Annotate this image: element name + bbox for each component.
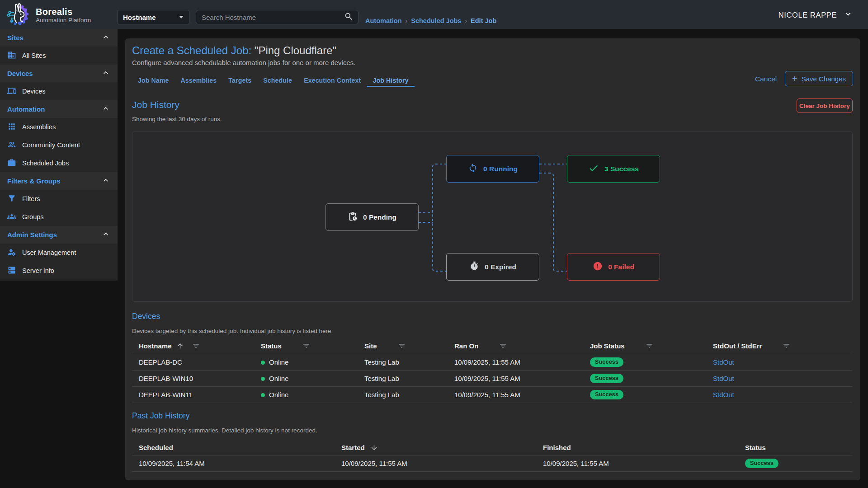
sidebar-item-label: Devices [22, 88, 46, 95]
chevron-up-icon [101, 230, 110, 240]
cell-ran-on: 10/09/2025, 11:55 AM [448, 370, 583, 386]
column-header-started[interactable]: Started [341, 444, 365, 451]
breadcrumb-scheduled-jobs[interactable]: Scheduled Jobs [411, 17, 461, 24]
stdout-link[interactable]: StdOut [713, 358, 734, 366]
column-header-job-status[interactable]: Job Status [590, 342, 625, 350]
tab-targets[interactable]: Targets [222, 74, 257, 87]
flow-node-success[interactable]: 3 Success [567, 155, 660, 183]
sidebar-item-community-content[interactable]: Community Content [0, 136, 118, 154]
tab-execution-context[interactable]: Execution Context [298, 74, 367, 87]
tab-schedule[interactable]: Schedule [257, 74, 298, 87]
cell-hostname: DEEPLAB-WIN11 [132, 386, 254, 403]
page-title-separator: : [249, 44, 255, 56]
column-header-hostname[interactable]: Hostname [139, 342, 172, 350]
breadcrumb-automation[interactable]: Automation [365, 17, 402, 24]
cell-started: 10/09/2025, 11:55 AM [335, 455, 536, 471]
brand-logo[interactable]: Borealis Automation Platform [6, 2, 91, 29]
tab-job-history[interactable]: Job History [367, 74, 414, 87]
sort-descending-icon[interactable] [370, 444, 378, 451]
column-header-stdout-stderr[interactable]: StdOut / StdErr [713, 342, 762, 350]
sidebar: Sites All Sites Devices Devices Automati… [0, 29, 118, 281]
sidebar-item-devices[interactable]: Devices [0, 82, 118, 100]
cell-hostname: DEEPLAB-WIN10 [132, 370, 254, 386]
online-status-dot [261, 361, 265, 365]
page-subtitle: Configure advanced schedulable automatio… [132, 59, 355, 66]
breadcrumb-separator: › [406, 17, 408, 24]
page-title-job-name: "Ping Cloudflare" [255, 44, 336, 56]
cell-site: Testing Lab [358, 354, 448, 370]
filter-icon[interactable] [398, 342, 406, 350]
filter-icon[interactable] [499, 342, 507, 350]
brand-subtitle: Automation Platform [36, 17, 91, 24]
column-header-finished[interactable]: Finished [543, 444, 571, 451]
filter-icon[interactable] [302, 342, 310, 350]
cell-ran-on: 10/09/2025, 11:55 AM [448, 386, 583, 403]
user-gear-icon [7, 248, 16, 258]
tab-assemblies[interactable]: Assemblies [175, 74, 223, 87]
past-job-history-table: Scheduled Started Finished Status 10/09/… [132, 441, 853, 472]
cell-stdout: StdOut [706, 370, 853, 386]
sort-ascending-icon[interactable] [176, 342, 184, 350]
job-history-subtitle: Showing the last 30 days of runs. [132, 116, 222, 122]
cell-finished: 10/09/2025, 11:55 AM [536, 455, 738, 471]
past-history-row[interactable]: 10/09/2025, 11:54 AM 10/09/2025, 11:55 A… [132, 455, 853, 471]
flow-node-pending[interactable]: 0 Pending [326, 203, 419, 231]
flow-node-running[interactable]: 0 Running [446, 155, 539, 183]
filter-icon[interactable] [192, 342, 200, 350]
search-input[interactable] [202, 14, 344, 21]
tab-bar: Job Name Assemblies Targets Schedule Exe… [132, 74, 415, 87]
flow-node-expired[interactable]: 0 Expired [446, 253, 539, 281]
stdout-link[interactable]: StdOut [713, 375, 734, 382]
cancel-button[interactable]: Cancel [755, 75, 777, 83]
sidebar-item-filters[interactable]: Filters [0, 190, 118, 208]
success-badge: Success [745, 459, 778, 468]
breadcrumb-edit-job[interactable]: Edit Job [471, 17, 496, 24]
sidebar-item-groups[interactable]: Groups [0, 208, 118, 226]
sidebar-section-devices[interactable]: Devices [0, 65, 118, 82]
search-field-select[interactable]: Hostname [117, 10, 189, 24]
tab-job-name[interactable]: Job Name [132, 74, 175, 87]
column-header-status[interactable]: Status [261, 342, 282, 350]
column-header-ran-on[interactable]: Ran On [454, 342, 478, 350]
page-title: Create a Scheduled Job: "Ping Cloudflare… [132, 44, 336, 57]
sidebar-item-label: All Sites [22, 52, 46, 59]
search-field-select-value: Hostname [123, 14, 156, 21]
error-icon [593, 261, 603, 273]
sidebar-item-server-info[interactable]: Server Info [0, 262, 118, 280]
column-header-status[interactable]: Status [745, 444, 766, 451]
cell-status: Online [254, 370, 358, 386]
device-row[interactable]: DEEPLAB-WIN10 Online Testing Lab 10/09/2… [132, 370, 853, 386]
flow-node-failed[interactable]: 0 Failed [567, 253, 660, 281]
column-header-scheduled[interactable]: Scheduled [139, 444, 173, 451]
device-row[interactable]: DEEPLAB-DC Online Testing Lab 10/09/2025… [132, 354, 853, 370]
sidebar-section-label: Filters & Groups [7, 177, 61, 185]
user-menu[interactable]: NICOLE RAPPE [778, 9, 853, 21]
device-row[interactable]: DEEPLAB-WIN11 Online Testing Lab 10/09/2… [132, 386, 853, 403]
sidebar-section-label: Automation [7, 105, 45, 113]
cell-job-status: Success [583, 370, 706, 386]
breadcrumb: Automation › Scheduled Jobs › Edit Job [365, 17, 496, 24]
filter-icon[interactable] [783, 342, 790, 350]
top-bar: Borealis Automation Platform Hostname Au… [0, 0, 868, 29]
grid-icon [7, 122, 16, 132]
sidebar-section-filters-groups[interactable]: Filters & Groups [0, 172, 118, 190]
sidebar-section-admin-settings[interactable]: Admin Settings [0, 226, 118, 244]
filter-icon[interactable] [646, 342, 653, 350]
sidebar-item-assemblies[interactable]: Assemblies [0, 118, 118, 136]
sidebar-item-label: Assemblies [22, 123, 56, 131]
cell-scheduled: 10/09/2025, 11:54 AM [132, 455, 335, 471]
sidebar-section-label: Admin Settings [7, 231, 57, 239]
tab-label: Job History [373, 77, 408, 84]
sidebar-section-sites[interactable]: Sites [0, 29, 118, 47]
clear-job-history-button[interactable]: Clear Job History [797, 99, 853, 113]
sidebar-item-user-management[interactable]: User Management [0, 244, 118, 262]
sidebar-item-scheduled-jobs[interactable]: Scheduled Jobs [0, 154, 118, 172]
sidebar-item-all-sites[interactable]: All Sites [0, 47, 118, 65]
save-changes-button[interactable]: + Save Changes [785, 71, 853, 86]
stdout-link[interactable]: StdOut [713, 391, 734, 399]
cell-hostname: DEEPLAB-DC [132, 354, 254, 370]
column-header-site[interactable]: Site [364, 342, 377, 350]
sidebar-section-automation[interactable]: Automation [0, 100, 118, 118]
job-status-flow: 0 Pending 0 Running 3 Success 0 Expired … [132, 131, 853, 302]
chevron-up-icon [101, 176, 110, 186]
